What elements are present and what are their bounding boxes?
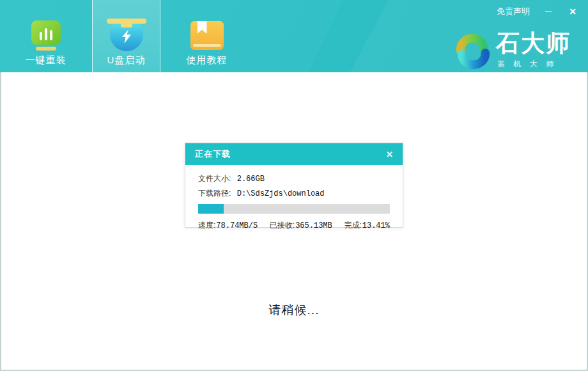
brand-name: 石大师 [496,31,571,56]
progress-bar-track [198,204,390,214]
main-nav-tabs: 一键重装 U盘启动 [12,0,241,72]
brand-logo: 石大师 装机大师 [453,31,571,70]
speed-value: 78.74MB/S [216,221,258,230]
dialog-title: 正在下载 [195,148,231,160]
file-size-value: 2.66GB [237,175,265,184]
book-icon [190,21,224,50]
speed-stat: 速度:78.74MB/S [198,220,258,231]
tab-one-key-reinstall[interactable]: 一键重装 [12,0,80,72]
dialog-body: 文件大小: 2.66GB 下载路径: D:\SdsZjds\download 速… [185,165,403,231]
brand-texts: 石大师 装机大师 [496,31,571,70]
tab-usb-boot[interactable]: U盘启动 [92,0,160,72]
done-value: 13.41% [362,221,390,230]
download-path-label: 下载路径: [198,189,231,198]
disclaimer-link[interactable]: 免责声明 [497,6,530,17]
reinstall-iconbox [31,18,61,52]
received-value: 365.13MB [295,221,332,230]
close-button[interactable]: ✕ [567,6,578,17]
app-window: 一键重装 U盘启动 [0,0,588,371]
done-stat: 完成:13.41% [344,220,390,231]
download-dialog: 正在下载 ✕ 文件大小: 2.66GB 下载路径: D:\SdsZjds\dow… [185,143,403,228]
dialog-close-icon[interactable]: ✕ [386,150,393,159]
tutorial-iconbox [190,18,224,52]
titlebar-controls: 免责声明 ─ ✕ [497,6,578,17]
tab-label: 一键重装 [26,54,66,67]
please-wait-text: 请稍候... [1,302,587,319]
minimize-button[interactable]: ─ [543,6,554,17]
brand-tagline: 装机大师 [496,59,571,70]
header-bar: 一键重装 U盘启动 [0,0,588,72]
progress-bar-fill [198,204,224,214]
done-label: 完成: [344,221,361,230]
speed-label: 速度: [198,221,215,230]
file-size-label: 文件大小: [198,174,231,183]
lightning-bolt-icon [122,29,132,43]
tab-label: 使用教程 [187,54,228,67]
download-path-value: D:\SdsZjds\download [237,189,325,198]
tab-tutorial[interactable]: 使用教程 [173,0,241,72]
tab-label: U盘启动 [107,54,146,67]
received-label: 已接收: [270,221,295,230]
download-path-row: 下载路径: D:\SdsZjds\download [198,186,390,201]
main-content: 正在下载 ✕ 文件大小: 2.66GB 下载路径: D:\SdsZjds\dow… [0,72,588,371]
download-stats-row: 速度:78.74MB/S 已接收:365.13MB 完成:13.41% [198,220,390,231]
dialog-titlebar: 正在下载 ✕ [185,143,403,165]
monitor-chart-icon [31,20,61,51]
received-stat: 已接收:365.13MB [270,220,332,231]
usb-iconbox [107,18,146,52]
usb-drive-icon [107,19,146,52]
file-size-row: 文件大小: 2.66GB [198,171,390,186]
brand-swirl-icon [453,31,490,70]
